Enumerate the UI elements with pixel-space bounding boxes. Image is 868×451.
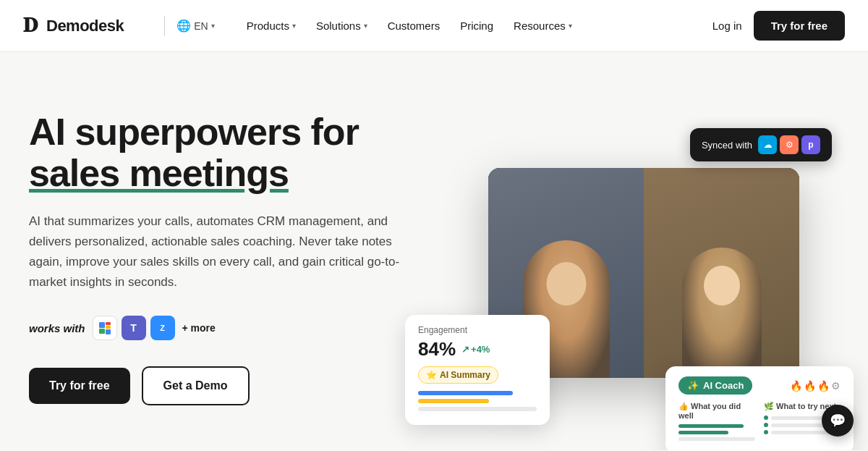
trend-arrow-icon: ↗ [461, 344, 469, 355]
nav-resources-label: Resources [514, 20, 566, 32]
person-right-face [704, 266, 740, 305]
hero-left: AI superpowers for sales meetings AI tha… [29, 111, 420, 406]
logo-text: Demodesk [46, 17, 124, 35]
svg-rect-1 [106, 322, 111, 325]
nav-item-products[interactable]: Products ▾ [238, 14, 305, 38]
svg-rect-4 [106, 329, 111, 334]
engagement-lines [418, 391, 537, 411]
chat-icon: 💬 [830, 413, 846, 429]
dot-3 [764, 430, 768, 434]
try-free-button[interactable]: Try for free [29, 368, 130, 404]
trend-value: +4% [471, 344, 490, 355]
bar-3 [771, 431, 833, 434]
coach-line-1 [678, 424, 744, 428]
line-yellow [418, 399, 489, 403]
engagement-value: 84% ↗ +4% [418, 338, 537, 361]
fire-icon-1: 🔥 [790, 380, 802, 392]
works-with-row: works with T Z + mo [29, 316, 420, 340]
nav-links: Products ▾ Solutions ▾ Customers Pricing… [238, 14, 712, 38]
coach-line-2 [678, 431, 728, 434]
nav-customers-label: Customers [388, 20, 441, 32]
bar-2 [771, 423, 825, 427]
language-selector[interactable]: 🌐 EN ▾ [176, 19, 214, 33]
hubspot-icon: ⚙ [780, 135, 799, 154]
login-button[interactable]: Log in [712, 20, 742, 32]
engagement-trend: ↗ +4% [461, 344, 490, 355]
zoom-icon: Z [150, 316, 175, 340]
ai-summary-badge: ⭐ AI Summary [418, 366, 498, 384]
google-meet-icon [93, 316, 117, 340]
svg-rect-3 [99, 329, 105, 334]
hero-description: AI that summarizes your calls, automates… [29, 211, 405, 292]
ai-summary-label: AI Summary [440, 370, 490, 380]
synced-badge: Synced with ☁ ⚙ p [690, 128, 832, 161]
svg-rect-2 [106, 326, 111, 329]
person-left-face [546, 262, 586, 305]
line-blue [418, 391, 513, 395]
nav-solutions-label: Solutions [316, 20, 361, 32]
hero-title-line2: sales meetings [29, 152, 289, 194]
navbar: 𝐃 Demodesk 🌐 EN ▾ Products ▾ Solutions ▾… [0, 0, 868, 52]
hero-right: Synced with ☁ ⚙ p [448, 106, 839, 410]
coach-line-3 [678, 437, 755, 441]
fire-icons: 🔥 🔥 🔥 ⚙ [790, 380, 841, 392]
engagement-percent: 84% [418, 338, 456, 361]
nav-actions: Log in Try for free [712, 11, 845, 41]
ai-coach-sections: 👍 What you did well 🌿 What to try next [678, 402, 841, 444]
svg-rect-0 [99, 322, 105, 328]
products-chevron-icon: ▾ [292, 22, 296, 30]
salesforce-icon: ☁ [758, 135, 777, 154]
hero-title: AI superpowers for sales meetings [29, 111, 420, 194]
ai-coach-label: AI Coach [703, 380, 744, 391]
hero-section: AI superpowers for sales meetings AI tha… [0, 52, 868, 450]
hero-buttons: Try for free Get a Demo [29, 366, 420, 405]
dot-1 [764, 416, 768, 420]
settings-icon: ⚙ [831, 380, 841, 392]
star-icon: ⭐ [426, 370, 437, 380]
hero-title-line1: AI superpowers for [29, 111, 359, 153]
nav-divider [164, 16, 165, 36]
line-grey [418, 407, 537, 411]
fire-icon-3: 🔥 [817, 380, 830, 392]
nav-pricing-label: Pricing [460, 20, 493, 32]
what-well-label: 👍 What you did well [678, 402, 755, 420]
more-label: + more [182, 322, 216, 334]
lang-chevron-icon: ▾ [211, 22, 215, 30]
nav-item-resources[interactable]: Resources ▾ [505, 14, 581, 38]
dot-2 [764, 423, 768, 427]
nav-cta-button[interactable]: Try for free [754, 11, 845, 41]
engagement-label: Engagement [418, 325, 537, 335]
chat-bubble-button[interactable]: 💬 [822, 405, 854, 437]
ai-coach-card: ✨ AI Coach 🔥 🔥 🔥 ⚙ 👍 What you did well [665, 366, 854, 450]
sparkle-icon: ✨ [687, 380, 699, 391]
engagement-card: Engagement 84% ↗ +4% ⭐ AI Summary [405, 315, 550, 425]
synced-label: Synced with [702, 140, 752, 151]
ai-coach-title: ✨ AI Coach [678, 376, 752, 395]
teams-icon: T [122, 316, 146, 340]
get-demo-button[interactable]: Get a Demo [142, 366, 250, 405]
fire-icon-2: 🔥 [804, 380, 816, 392]
globe-icon: 🌐 [176, 19, 191, 33]
logo-icon: 𝐃 [23, 14, 38, 38]
nav-item-pricing[interactable]: Pricing [451, 14, 502, 38]
pipedrive-icon: p [801, 135, 820, 154]
integration-icons: T Z [93, 316, 175, 340]
person-right [644, 168, 799, 378]
nav-item-solutions[interactable]: Solutions ▾ [307, 14, 376, 38]
logo[interactable]: 𝐃 Demodesk [23, 14, 124, 38]
nav-item-customers[interactable]: Customers [379, 14, 449, 38]
nav-products-label: Products [247, 20, 289, 32]
solutions-chevron-icon: ▾ [364, 22, 367, 30]
works-with-label: works with [29, 322, 85, 334]
ai-coach-header: ✨ AI Coach 🔥 🔥 🔥 ⚙ [678, 376, 841, 395]
what-well-section: 👍 What you did well [678, 402, 755, 444]
synced-icons: ☁ ⚙ p [758, 135, 820, 154]
person-right-silhouette [682, 248, 762, 378]
lang-label: EN [194, 20, 208, 32]
resources-chevron-icon: ▾ [569, 22, 572, 30]
